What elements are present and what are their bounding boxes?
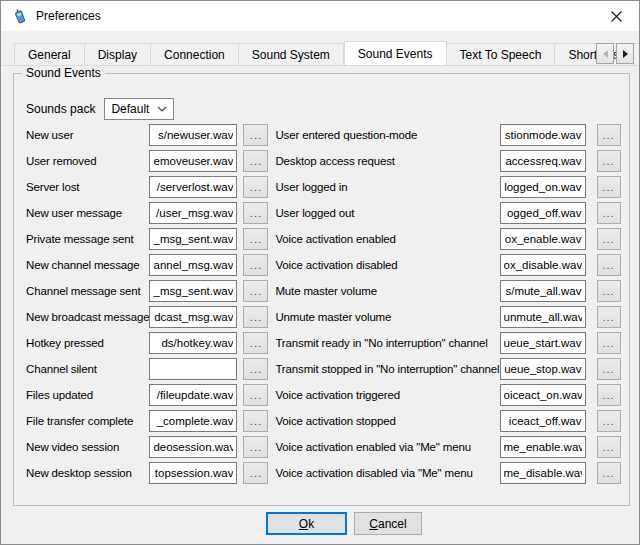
sound-file-input[interactable] [500,410,586,432]
sound-file-input[interactable] [149,384,237,406]
sound-file-input[interactable] [149,202,237,224]
sound-event-row: New channel message ... [26,254,268,276]
browse-button[interactable]: ... [597,176,621,198]
browse-button[interactable]: ... [597,410,621,432]
tab-sound-events[interactable]: Sound Events [344,41,447,66]
browse-button[interactable]: ... [243,228,268,250]
sound-event-row: Voice activation enabled via "Me" menu .… [275,436,620,458]
browse-button[interactable]: ... [243,384,268,406]
browse-button[interactable]: ... [243,410,268,432]
sound-file-input[interactable] [149,280,237,302]
browse-button[interactable]: ... [597,228,621,250]
browse-button[interactable]: ... [597,358,621,380]
sound-event-label: User logged out [275,207,499,219]
sound-file-input[interactable] [500,384,586,406]
sound-file-input[interactable] [149,124,237,146]
browse-button[interactable]: ... [243,150,268,172]
sound-file-input[interactable] [149,228,237,250]
sound-file-input[interactable] [149,358,237,380]
sound-file-input[interactable] [500,254,586,276]
sound-file-input[interactable] [500,462,586,484]
sounds-pack-value: Default [111,102,149,116]
browse-button[interactable]: ... [243,124,268,146]
sound-event-label: File transfer complete [26,415,149,427]
browse-button[interactable]: ... [243,176,268,198]
sound-event-label: User logged in [275,181,499,193]
browse-button[interactable]: ... [597,436,621,458]
browse-button[interactable]: ... [597,280,621,302]
sound-file-input[interactable] [500,176,586,198]
sound-event-row: User logged out ... [275,202,620,224]
browse-button[interactable]: ... [243,358,268,380]
sound-file-input[interactable] [149,410,237,432]
browse-button[interactable]: ... [243,306,268,328]
sound-event-label: Voice activation enabled via "Me" menu [275,441,499,453]
arrow-right-icon [623,50,628,58]
browse-button[interactable]: ... [243,436,268,458]
ok-button[interactable]: Ok [266,512,347,535]
sound-file-input[interactable] [500,150,586,172]
tab-general[interactable]: General [14,43,85,65]
sound-event-row: User removed ... [26,150,268,172]
browse-button[interactable]: ... [597,332,621,354]
sound-event-row: User entered question-mode ... [275,124,620,146]
sound-event-row: Voice activation enabled ... [275,228,620,250]
sound-event-label: Voice activation enabled [275,233,499,245]
event-columns: New user ... User removed ... Server los… [26,124,619,488]
sound-event-label: Transmit stopped in "No interruption" ch… [275,363,499,375]
browse-button[interactable]: ... [243,280,268,302]
browse-button[interactable]: ... [597,462,621,484]
sound-event-row: New broadcast message ... [26,306,268,328]
sound-event-label: Private message sent [26,233,149,245]
browse-button[interactable]: ... [243,254,268,276]
browse-button[interactable]: ... [597,202,621,224]
sound-file-input[interactable] [149,176,237,198]
arrow-left-icon [603,50,608,58]
sound-event-row: Channel message sent ... [26,280,268,302]
sound-file-input[interactable] [500,436,586,458]
sound-file-input[interactable] [500,124,586,146]
browse-button[interactable]: ... [243,202,268,224]
sounds-pack-select[interactable]: Default [104,98,174,120]
sound-file-input[interactable] [500,306,586,328]
browse-button[interactable]: ... [597,306,621,328]
tab-scroll-right-button[interactable] [616,43,634,64]
sound-event-label: Transmit ready in "No interruption" chan… [275,337,499,349]
close-icon [611,11,622,22]
tab-display[interactable]: Display [85,43,151,65]
sound-file-input[interactable] [149,332,237,354]
browse-button[interactable]: ... [597,254,621,276]
sound-file-input[interactable] [500,228,586,250]
browse-button[interactable]: ... [597,150,621,172]
sound-file-input[interactable] [500,280,586,302]
cancel-button[interactable]: Cancel [354,512,422,535]
close-button[interactable] [593,1,639,31]
sound-event-row: New video session ... [26,436,268,458]
tab-text-to-speech[interactable]: Text To Speech [447,43,556,65]
sound-file-input[interactable] [500,358,586,380]
sound-file-input[interactable] [149,254,237,276]
tab-scroll-left-button[interactable] [596,43,614,64]
preferences-window: Preferences GeneralDisplayConnectionSoun… [0,0,640,545]
browse-button[interactable]: ... [243,462,268,484]
group-title: Sound Events [22,66,105,80]
sound-file-input[interactable] [500,332,586,354]
browse-button[interactable]: ... [243,332,268,354]
sound-file-input[interactable] [149,436,237,458]
sound-file-input[interactable] [500,202,586,224]
sound-file-input[interactable] [149,462,237,484]
sound-event-label: Unmute master volume [275,311,499,323]
browse-button[interactable]: ... [597,124,621,146]
sound-event-row: New user message ... [26,202,268,224]
browse-button[interactable]: ... [597,384,621,406]
sound-file-input[interactable] [149,150,237,172]
sound-file-input[interactable] [149,306,237,328]
sound-event-row: Mute master volume ... [275,280,620,302]
cancel-button-label: Cancel [369,517,406,531]
sound-event-row: Voice activation stopped ... [275,410,620,432]
sound-event-label: Channel message sent [26,285,149,297]
tab-connection[interactable]: Connection [151,43,239,65]
sounds-pack-label: Sounds pack [26,102,95,116]
titlebar: Preferences [1,1,639,31]
tab-sound-system[interactable]: Sound System [239,43,344,65]
